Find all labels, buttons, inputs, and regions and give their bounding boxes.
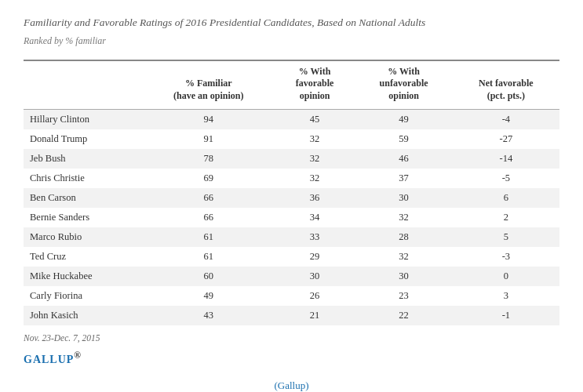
cell-favorable: 21 (275, 306, 355, 325)
cell-unfavorable: 30 (355, 188, 453, 208)
cell-favorable: 33 (275, 227, 355, 247)
cell-familiar: 66 (143, 188, 275, 208)
cell-favorable: 32 (275, 169, 355, 188)
col-header-name (24, 60, 143, 109)
cell-name: Ted Cruz (24, 247, 143, 267)
table-row: Jeb Bush783246-14 (24, 149, 559, 169)
table-row: Ben Carson6636306 (24, 188, 559, 208)
chart-subtitle: Ranked by % familiar (24, 35, 559, 47)
cell-name: Donald Trump (24, 129, 143, 149)
cell-favorable: 30 (275, 267, 355, 286)
cell-name: Mike Huckabee (24, 267, 143, 286)
cell-favorable: 26 (275, 286, 355, 306)
cell-favorable: 34 (275, 208, 355, 227)
cell-favorable: 36 (275, 188, 355, 208)
col-header-net: Net favorable(pct. pts.) (453, 60, 559, 109)
cell-net: 0 (453, 267, 559, 286)
cell-unfavorable: 22 (355, 306, 453, 325)
table-row: Bernie Sanders6634322 (24, 208, 559, 227)
cell-net: -3 (453, 247, 559, 267)
cell-unfavorable: 59 (355, 129, 453, 149)
cell-unfavorable: 32 (355, 247, 453, 267)
data-table: % Familiar(have an opinion) % Withfavora… (24, 60, 559, 325)
col-header-familiar: % Familiar(have an opinion) (143, 60, 275, 109)
cell-favorable: 29 (275, 247, 355, 267)
cell-net: -5 (453, 169, 559, 188)
cell-familiar: 43 (143, 306, 275, 325)
cell-familiar: 61 (143, 227, 275, 247)
table-row: Mike Huckabee6030300 (24, 267, 559, 286)
cell-unfavorable: 32 (355, 208, 453, 227)
gallup-link[interactable]: (Gallup) (274, 379, 308, 391)
gallup-superscript: ® (74, 350, 82, 361)
table-row: Donald Trump913259-27 (24, 129, 559, 149)
cell-net: -14 (453, 149, 559, 169)
cell-favorable: 45 (275, 109, 355, 129)
table-row: John Kasich432122-1 (24, 306, 559, 325)
cell-name: Marco Rubio (24, 227, 143, 247)
cell-unfavorable: 46 (355, 149, 453, 169)
table-row: Chris Christie693237-5 (24, 169, 559, 188)
cell-net: 5 (453, 227, 559, 247)
cell-unfavorable: 23 (355, 286, 453, 306)
cell-net: 3 (453, 286, 559, 306)
cell-name: Hillary Clinton (24, 109, 143, 129)
cell-unfavorable: 28 (355, 227, 453, 247)
cell-name: John Kasich (24, 306, 143, 325)
cell-net: -1 (453, 306, 559, 325)
cell-familiar: 66 (143, 208, 275, 227)
cell-name: Chris Christie (24, 169, 143, 188)
col-header-unfavorable: % Withunfavorableopinion (355, 60, 453, 109)
table-row: Ted Cruz612932-3 (24, 247, 559, 267)
cell-familiar: 61 (143, 247, 275, 267)
cell-net: -4 (453, 109, 559, 129)
cell-net: 2 (453, 208, 559, 227)
cell-name: Jeb Bush (24, 149, 143, 169)
gallup-logo-text: GALLUP (24, 353, 74, 365)
cell-familiar: 49 (143, 286, 275, 306)
cell-unfavorable: 30 (355, 267, 453, 286)
gallup-link-container[interactable]: (Gallup) (24, 379, 559, 392)
table-row: Hillary Clinton944549-4 (24, 109, 559, 129)
cell-favorable: 32 (275, 129, 355, 149)
cell-net: 6 (453, 188, 559, 208)
cell-net: -27 (453, 129, 559, 149)
col-header-favorable: % Withfavorableopinion (275, 60, 355, 109)
cell-unfavorable: 37 (355, 169, 453, 188)
cell-familiar: 69 (143, 169, 275, 188)
table-row: Marco Rubio6133285 (24, 227, 559, 247)
footnote: Nov. 23-Dec. 7, 2015 (24, 333, 559, 343)
cell-name: Ben Carson (24, 188, 143, 208)
cell-favorable: 32 (275, 149, 355, 169)
cell-familiar: 94 (143, 109, 275, 129)
table-row: Carly Fiorina4926233 (24, 286, 559, 306)
cell-name: Carly Fiorina (24, 286, 143, 306)
cell-unfavorable: 49 (355, 109, 453, 129)
cell-name: Bernie Sanders (24, 208, 143, 227)
gallup-logo: GALLUP® (24, 350, 559, 366)
cell-familiar: 91 (143, 129, 275, 149)
chart-title: Familiarity and Favorable Ratings of 201… (24, 16, 463, 31)
cell-familiar: 60 (143, 267, 275, 286)
cell-familiar: 78 (143, 149, 275, 169)
